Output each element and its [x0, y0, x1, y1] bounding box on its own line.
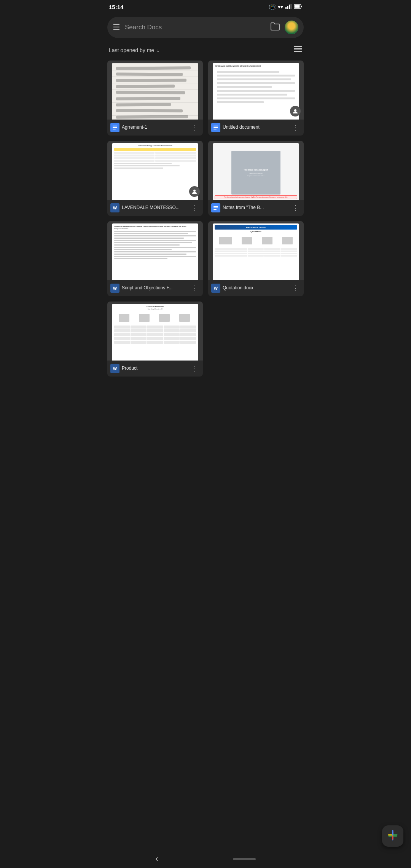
doc-type-icon: [211, 203, 220, 212]
doc-card[interactable]: Agrrement-1 ⋮: [107, 61, 203, 136]
doc-thumbnail: Commercial Energy Contract Submission Fo…: [107, 141, 203, 200]
doc-thumbnail: ATTISBOK MARKETING Basic Design Elements…: [107, 302, 203, 361]
doc-footer: W Script and Objections F... ⋮: [107, 280, 203, 296]
svg-rect-2: [289, 5, 290, 9]
doc-menu-button[interactable]: ⋮: [291, 203, 301, 213]
svg-rect-8: [294, 48, 302, 49]
shared-user-avatar: [189, 186, 200, 197]
status-bar: 15:14 📳 ▾▾: [103, 0, 308, 14]
nav-bar: ‹: [103, 850, 308, 868]
signal-icon: [285, 4, 292, 10]
thumbnail-content: Commercial Energy Contract Submission Fo…: [112, 143, 198, 200]
svg-rect-0: [285, 7, 287, 9]
doc-card[interactable]: MIRZA QASIM JARRAL WEBSITE MANAGEMENT AG…: [208, 61, 304, 136]
back-icon[interactable]: ‹: [155, 854, 158, 864]
doc-thumbnail: The Bābur-nāma in English (Memoirs of Bā…: [208, 141, 304, 200]
svg-rect-12: [113, 129, 116, 129]
doc-type-icon: [110, 123, 119, 132]
book-cover: The Bābur-nāma in English (Memoirs of Bā…: [231, 151, 280, 194]
doc-type-icon: W: [110, 284, 119, 293]
thumbnail-content: MIRZA QASIM JARRAL WEBSITE MANAGEMENT AG…: [213, 63, 299, 120]
svg-rect-10: [113, 126, 117, 126]
svg-point-13: [294, 109, 296, 112]
doc-type-icon: [211, 123, 220, 132]
doc-menu-button[interactable]: ⋮: [190, 123, 200, 132]
sort-label-text: Last opened by me: [109, 47, 154, 53]
svg-rect-18: [213, 206, 218, 207]
documents-grid: Agrrement-1 ⋮ MIRZA QASIM JARRAL WEBSITE…: [103, 57, 308, 407]
doc-name: Quotation.docx: [223, 285, 288, 291]
svg-rect-15: [213, 127, 218, 128]
doc-name: Agrrement-1: [122, 124, 188, 131]
sort-bar: Last opened by me ↓: [103, 41, 308, 57]
doc-card[interactable]: Fundraiser/Telesales Agent to Potential …: [107, 221, 203, 296]
wifi-icon: ▾▾: [278, 4, 283, 10]
svg-rect-14: [213, 126, 218, 126]
vibrate-icon: 📳: [269, 4, 276, 10]
doc-footer: Agrrement-1 ⋮: [107, 120, 203, 136]
doc-card[interactable]: ATTISBOK MARKETING Basic Design Elements…: [107, 302, 203, 377]
thumbnail-content: [112, 63, 198, 120]
svg-rect-16: [213, 129, 217, 129]
list-toggle-icon[interactable]: [294, 46, 302, 54]
thumbnail-content: The Bābur-nāma in English (Memoirs of Bā…: [213, 143, 299, 200]
svg-rect-1: [287, 6, 288, 9]
avatar-image: [285, 21, 298, 34]
doc-card[interactable]: Commercial Energy Contract Submission Fo…: [107, 141, 203, 216]
doc-footer: Untitled document ⋮: [208, 120, 304, 136]
svg-rect-5: [301, 6, 302, 7]
doc-type-icon: W: [110, 364, 119, 373]
svg-rect-20: [213, 209, 217, 210]
svg-point-17: [193, 190, 196, 192]
doc-thumbnail: [107, 61, 203, 120]
status-time: 15:14: [109, 4, 123, 10]
search-input[interactable]: Search Docs: [125, 24, 266, 31]
doc-thumbnail: MIRZA QASIM JARRAL WEBSITE MANAGEMENT AG…: [208, 61, 304, 120]
menu-icon[interactable]: ☰: [113, 22, 120, 32]
thumbnail-content: Fundraiser/Telesales Agent to Potential …: [112, 223, 198, 280]
battery-icon: [294, 4, 302, 10]
status-icons: 📳 ▾▾: [269, 4, 302, 10]
book-warning: This document opened when you make chang…: [215, 195, 298, 199]
svg-rect-6: [295, 5, 300, 8]
doc-name: LAVENDALE MONTESSO...: [122, 205, 188, 211]
svg-rect-19: [213, 207, 218, 208]
search-bar[interactable]: ☰ Search Docs: [107, 17, 304, 38]
doc-menu-button[interactable]: ⋮: [190, 203, 200, 213]
thumbnail-content: ATTISBOK MARKETING Basic Design Elements…: [112, 304, 198, 361]
doc-name: Untitled document: [223, 124, 288, 131]
doc-menu-button[interactable]: ⋮: [291, 123, 301, 132]
svg-rect-9: [294, 51, 302, 52]
sort-arrow-icon: ↓: [156, 47, 159, 54]
doc-menu-button[interactable]: ⋮: [291, 283, 301, 293]
doc-name: Script and Objections F...: [122, 285, 188, 291]
svg-rect-7: [294, 46, 302, 47]
doc-footer: W Quotation.docx ⋮: [208, 280, 304, 296]
doc-type-icon: W: [110, 203, 119, 212]
svg-rect-11: [113, 127, 117, 128]
doc-menu-button[interactable]: ⋮: [190, 283, 200, 293]
doc-footer: Notes from "The B... ⋮: [208, 200, 304, 216]
doc-name: Product: [122, 365, 188, 372]
shared-user-avatar: [290, 106, 301, 116]
doc-name: Notes from "The B...: [223, 205, 288, 211]
doc-menu-button[interactable]: ⋮: [190, 364, 200, 373]
thumbnail-content: AZAD BORING & DRILLING Quotation: [213, 223, 299, 280]
doc-type-icon: W: [211, 284, 220, 293]
doc-thumbnail: AZAD BORING & DRILLING Quotation: [208, 221, 304, 280]
avatar[interactable]: [285, 21, 298, 34]
doc-card[interactable]: AZAD BORING & DRILLING Quotation: [208, 221, 304, 296]
nav-pill: [233, 858, 256, 860]
doc-footer: W Product ⋮: [107, 361, 203, 377]
doc-thumbnail: Fundraiser/Telesales Agent to Potential …: [107, 221, 203, 280]
sort-label[interactable]: Last opened by me ↓: [109, 47, 159, 54]
folder-icon[interactable]: [270, 22, 280, 33]
svg-rect-3: [291, 4, 292, 9]
doc-footer: W LAVENDALE MONTESSO... ⋮: [107, 200, 203, 216]
doc-card[interactable]: The Bābur-nāma in English (Memoirs of Bā…: [208, 141, 304, 216]
